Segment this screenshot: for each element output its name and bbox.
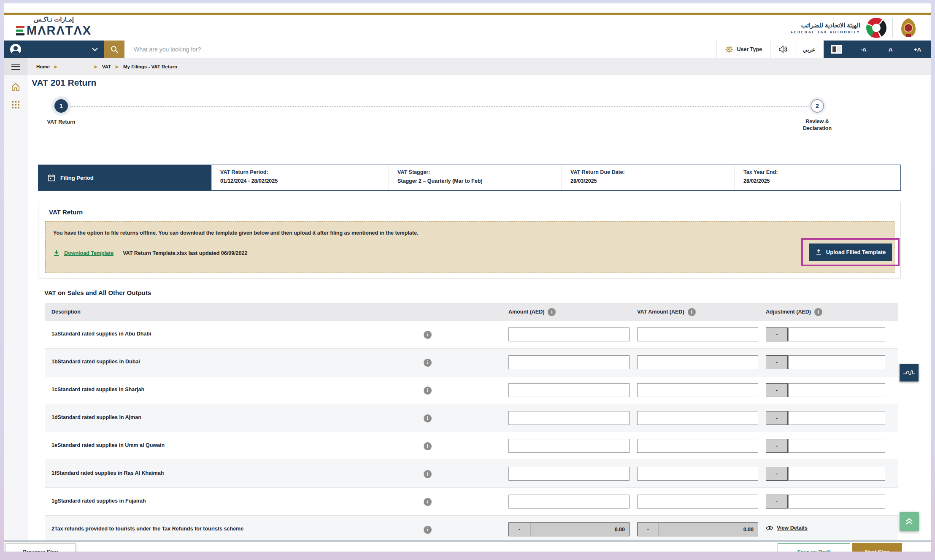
calendar-icon bbox=[48, 174, 55, 181]
info-icon[interactable]: i bbox=[424, 331, 432, 339]
font-decrease-button[interactable]: -A bbox=[850, 41, 877, 58]
fta-logo-block: الهيئة الاتحادية للضرائب FEDERAL TAX AUT… bbox=[791, 16, 918, 39]
info-icon[interactable]: i bbox=[424, 470, 432, 478]
previous-step-button[interactable]: Previous Step bbox=[5, 544, 76, 552]
vat-amount-input-1a[interactable] bbox=[637, 327, 758, 341]
speaker-icon bbox=[778, 46, 788, 53]
row-description: 1eStandard rated supplies in Umm al Quwa… bbox=[51, 442, 165, 448]
table-row-1g: 1gStandard rated supplies in Fujairah i … bbox=[45, 488, 898, 516]
breadcrumb-home[interactable]: Home bbox=[36, 64, 50, 69]
adjustment-sign-box: - bbox=[766, 327, 788, 341]
table-row-1d: 1dStandard rated supplies in Ajman i - bbox=[45, 404, 898, 432]
user-scope-dropdown[interactable] bbox=[4, 41, 104, 58]
vat-amount-input-1b[interactable] bbox=[637, 355, 758, 369]
vat-amount-input-1e[interactable] bbox=[637, 439, 758, 453]
template-info-text: VAT Return Template.xlsx last updated 06… bbox=[123, 250, 247, 256]
download-template-link[interactable]: Download Template bbox=[64, 250, 113, 256]
font-increase-label: +A bbox=[914, 46, 921, 53]
language-toggle[interactable]: عربي bbox=[795, 41, 823, 58]
row-text: Standard rated supplies in Ajman bbox=[58, 414, 141, 420]
amount-input-1a[interactable] bbox=[508, 327, 630, 341]
column-vat-label: VAT Amount (AED) bbox=[637, 309, 684, 315]
row-description: 1aStandard rated supplies in Abu Dhabi bbox=[51, 331, 151, 337]
info-icon[interactable]: i bbox=[424, 359, 432, 367]
vat-amount-input-1d[interactable] bbox=[637, 411, 758, 425]
amount-input-1d[interactable] bbox=[508, 411, 630, 425]
search-input[interactable] bbox=[124, 41, 716, 58]
header: إمـارات تـاكـس MΛRΛTΛX الهيئة الاتحادية … bbox=[4, 15, 931, 41]
adjustment-sign-box: - bbox=[766, 383, 788, 397]
adjustment-input-1b[interactable] bbox=[788, 355, 885, 369]
row-text: Standard rated supplies in Ras Al Khaima… bbox=[56, 470, 164, 476]
adjustment-input-1a[interactable] bbox=[788, 327, 885, 341]
search-button[interactable] bbox=[104, 41, 124, 58]
hamburger-icon bbox=[11, 64, 20, 70]
filing-field-due-date: VAT Return Due Date: 28/03/2025 bbox=[562, 165, 735, 190]
accessibility-signature-widget[interactable] bbox=[900, 364, 919, 381]
offline-filing-panel: You have the option to file returns offl… bbox=[45, 221, 894, 273]
amount-input-1b[interactable] bbox=[508, 355, 630, 369]
adjustment-input-1d[interactable] bbox=[788, 411, 885, 425]
row-description: 1cStandard rated supplies in Sharjah bbox=[51, 387, 144, 392]
field-label: VAT Return Due Date: bbox=[570, 169, 735, 175]
step-1-circle: 1 bbox=[54, 99, 68, 113]
adjustment-input-1e[interactable] bbox=[788, 439, 885, 453]
info-icon[interactable]: i bbox=[424, 442, 432, 450]
contrast-icon bbox=[831, 45, 842, 54]
column-description: Description bbox=[51, 303, 81, 321]
info-icon[interactable]: i bbox=[424, 387, 432, 395]
chevron-up-icon bbox=[905, 517, 914, 526]
field-value: Stagger 2 – Quarterly (Mar to Feb) bbox=[397, 178, 562, 184]
search-toolbar: User Type عربي -A A +A bbox=[4, 41, 931, 58]
download-icon bbox=[53, 249, 60, 257]
breadcrumb-vat[interactable]: VAT bbox=[102, 64, 111, 69]
adjustment-sign-box: - bbox=[766, 495, 788, 509]
upload-icon bbox=[816, 249, 822, 256]
filing-period-bar: Filing Period VAT Return Period: 01/12/2… bbox=[38, 165, 901, 191]
info-icon[interactable]: i bbox=[814, 308, 822, 316]
step-2-circle: 2 bbox=[811, 99, 824, 113]
amount-input-1c[interactable] bbox=[508, 383, 630, 397]
vat-amount-input-1f[interactable] bbox=[637, 467, 758, 481]
emaratax-logo-text: MΛRΛTΛX bbox=[27, 24, 92, 38]
grid-icon bbox=[11, 100, 20, 109]
sidebar-apps-button[interactable] bbox=[11, 100, 21, 110]
user-type-label: User Type bbox=[737, 46, 762, 52]
adjustment-input-1c[interactable] bbox=[788, 383, 885, 397]
font-default-button[interactable]: A bbox=[877, 41, 904, 58]
info-icon[interactable]: i bbox=[548, 308, 556, 316]
upload-filled-template-button[interactable]: Upload Filled Template bbox=[809, 243, 892, 261]
vat-amount-input-1c[interactable] bbox=[637, 383, 758, 397]
user-type-button[interactable]: User Type bbox=[716, 41, 770, 58]
next-step-button[interactable]: Next Step bbox=[852, 543, 902, 552]
sidebar-home-button[interactable] bbox=[11, 82, 21, 92]
scroll-to-top-button[interactable] bbox=[900, 512, 919, 531]
vat-amount-input-1g[interactable] bbox=[637, 495, 758, 509]
amount-input-1e[interactable] bbox=[508, 439, 630, 453]
font-increase-button[interactable]: +A bbox=[904, 41, 931, 58]
emaratax-logo-arabic: إمـارات تـاكـس bbox=[34, 16, 74, 23]
text-to-speech-button[interactable] bbox=[770, 41, 795, 58]
info-icon[interactable]: i bbox=[424, 498, 432, 506]
save-as-draft-button[interactable]: Save as Draft bbox=[778, 543, 850, 552]
vat-outputs-table: Description Amount (AED) i VAT Amount (A… bbox=[45, 303, 898, 541]
font-default-label: A bbox=[889, 46, 893, 53]
info-icon[interactable]: i bbox=[424, 414, 432, 422]
info-icon[interactable]: i bbox=[424, 526, 432, 534]
amount-input-1f[interactable] bbox=[508, 467, 630, 481]
row-code: 1e bbox=[51, 442, 57, 448]
row-code: 1b bbox=[51, 359, 58, 365]
row-text: Standard rated supplies in Abu Dhabi bbox=[57, 331, 151, 337]
amount-input-1g[interactable] bbox=[508, 495, 630, 509]
outputs-section-title: VAT on Sales and All Other Outputs bbox=[44, 289, 151, 296]
field-label: VAT Stagger: bbox=[397, 169, 562, 175]
adjustment-input-1g[interactable] bbox=[788, 495, 885, 509]
view-details-link[interactable]: View Details bbox=[766, 525, 808, 531]
adjustment-input-1f[interactable] bbox=[788, 467, 885, 481]
info-icon[interactable]: i bbox=[688, 308, 696, 316]
contrast-toggle[interactable] bbox=[823, 41, 850, 58]
adjustment-sign-box: - bbox=[766, 467, 788, 481]
row-code: 1a bbox=[51, 331, 57, 337]
table-row-1a: 1aStandard rated supplies in Abu Dhabi i… bbox=[45, 321, 898, 349]
menu-button[interactable] bbox=[4, 58, 27, 75]
